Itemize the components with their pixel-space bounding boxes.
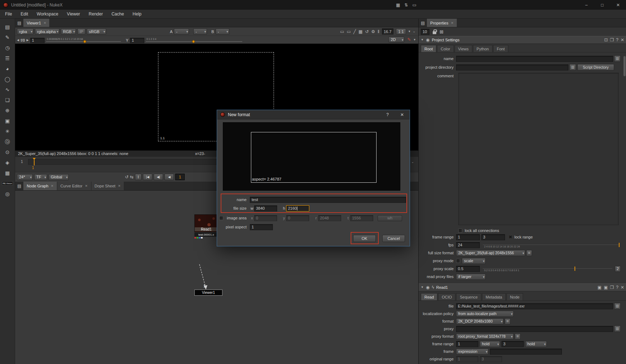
panel-scrollbar[interactable] [623,56,626,76]
lock-panels-icon[interactable] [433,31,436,34]
ok-button[interactable]: OK [353,235,376,242]
full-size-format-dropdown[interactable]: 2K_Super_35(full-ap) 2048x1556▾ [456,250,525,256]
loop-mode-icon[interactable]: ↺ [125,175,129,179]
tab-python[interactable]: Python [473,45,492,52]
bounce-mode-icon[interactable]: ⇆ [130,175,134,179]
toolbar-keyer[interactable]: ∿ [2,84,13,95]
toolbar-channel[interactable]: ☰ [2,53,13,63]
toolbar-merge[interactable]: ❏ [2,95,13,105]
menu-workspace[interactable]: Workspace [37,12,58,17]
lightning-icon[interactable]: ϟ [432,285,434,290]
alpha-channels-dropdown[interactable]: rgba.alpha▾ [35,28,59,35]
close-panel-icon[interactable]: ✕ [621,38,624,42]
file-browser-icon[interactable]: ▥ [614,303,621,309]
color-swatch-icon[interactable]: ▣ [598,285,602,290]
refresh-icon[interactable]: ↺ [365,29,369,34]
lock-range-checkbox[interactable]: ✖ [509,235,512,240]
disclosure-triangle-icon[interactable]: ▼ [421,286,424,289]
proxy-format-dropdown[interactable]: root.proxy_format 1024x778▾ [456,333,514,340]
zoom-level-button[interactable]: 1:1 [396,28,406,35]
color-swatch-icon[interactable]: ▣ [604,285,608,290]
menu-file[interactable]: File [5,12,12,17]
lock-connections-checkbox[interactable] [458,229,462,233]
read-proxy-files-dropdown[interactable]: if larger▾ [456,274,486,280]
next-fstop-icon[interactable]: ▶ [26,39,28,42]
in-marker-button[interactable]: I [135,174,141,180]
tab-close-icon[interactable]: ✕ [51,184,54,188]
panel-menu-icon[interactable]: ▤ [17,21,21,25]
format-equals-button[interactable]: = [515,333,521,340]
proxy-scale-slider-handle[interactable] [575,267,575,271]
chevron-down-icon[interactable]: ▾ [409,30,410,33]
format-dropdown[interactable]: 2K_DCP 2048x1080▾ [456,318,504,324]
current-frame-field[interactable]: 1 [175,174,185,180]
toolbar-image[interactable]: ▤ [2,22,13,32]
toolbar-views[interactable]: ⊙ [2,147,13,157]
proxy-mode-dropdown[interactable]: scale▾ [462,258,486,264]
chevron-down-icon[interactable]: ▾ [414,38,415,41]
channels-dropdown[interactable]: rgba▾ [17,28,33,35]
toolbar-draw[interactable]: ✎ [2,32,13,42]
tab-curve-editor[interactable]: Curve Editor✕ [57,182,91,190]
fps-slider-handle[interactable] [619,243,620,247]
menu-cache[interactable]: Cache [112,12,124,17]
fps-slider[interactable]: 2 4 6 8 10 12 14 16 18 20 22 24 [483,242,621,248]
toolbar-deep[interactable]: Ⓓ [2,136,13,147]
toolbar-ocio[interactable]: ◎ [2,188,13,199]
tab-close-icon[interactable]: ✕ [118,184,121,188]
frame-mode-dropdown[interactable]: expression▾ [456,349,488,355]
project-directory-field[interactable] [456,64,568,70]
checkerboard-icon[interactable]: ▦ [359,29,362,34]
tab-viewer1[interactable]: Viewer1 ✕ [23,19,50,27]
project-settings-header[interactable]: ▼ ◉ Project Settings ⊡ ❐ ? ✕ [419,36,626,44]
collapse-icon[interactable]: ⌄ [411,160,414,164]
annotate-pencil-icon[interactable]: ✎ [407,37,411,42]
file-browser-icon[interactable]: ▥ [569,64,576,70]
tab-properties[interactable]: Properties✕ [427,19,457,27]
disclosure-triangle-icon[interactable]: ▼ [421,38,424,41]
image-area-checkbox[interactable] [219,216,223,220]
height-field[interactable]: 2160 [286,205,309,211]
playback-fps-dropdown[interactable]: 24*▾ [17,174,33,180]
width-field[interactable]: 3840 [254,205,277,211]
tab-views[interactable]: Views [455,45,472,52]
gamma-slider-handle[interactable] [192,40,195,44]
menu-edit[interactable]: Edit [21,12,28,17]
roi-icon[interactable]: ▭ [347,29,351,34]
go-to-start-button[interactable]: |◀ [143,174,152,180]
frame-start-mode-dropdown[interactable]: hold▾ [480,341,500,347]
tab-node[interactable]: Node [506,293,523,300]
close-button[interactable]: ✕ [610,0,626,10]
read-frame-start-field[interactable]: 1 [456,341,478,347]
pause-icon[interactable]: ‖ [378,29,379,34]
tf-dropdown[interactable]: TF▾ [34,174,47,180]
toolbar-particles[interactable]: ✳ [2,126,13,136]
read-frame-end-field[interactable]: 3 [501,341,524,347]
file-browser-icon[interactable]: ▥ [614,326,621,332]
prev-fstop-icon[interactable]: ◀ [17,39,19,42]
viewer-lut-dropdown[interactable]: sRGB▾ [87,28,106,35]
input-process-toggle[interactable]: IP [77,28,85,35]
dialog-close-icon[interactable]: ✕ [400,113,404,117]
proxy-scale-max-button[interactable]: 2 [615,266,621,272]
collapse-icon[interactable]: ⌄ [413,30,415,33]
panel-menu-icon[interactable]: ▤ [17,184,21,188]
file-browser-icon[interactable]: ▥ [614,55,621,62]
tab-node-graph[interactable]: Node Graph✕ [23,182,57,190]
menu-render[interactable]: Render [89,12,103,17]
frame-end-mode-dropdown[interactable]: hold▾ [525,341,547,347]
help-icon[interactable]: ? [616,38,618,42]
toolbar-toolsets[interactable]: ◈ [2,157,13,168]
proxy-scale-slider[interactable]: 0.2 0.3 0.4 0.5 0.6 0.7 0.8 0.9 1 [483,266,614,272]
format-name-field[interactable]: test [250,197,406,203]
tab-sequence[interactable]: Sequence [456,293,481,300]
playhead[interactable] [34,158,36,165]
play-backward-button[interactable]: ◀ [165,174,174,180]
close-all-panels-icon[interactable]: ⊠ [440,29,443,34]
tab-close-icon[interactable]: ✕ [451,21,454,25]
tab-close-icon[interactable]: ✕ [44,21,46,25]
proxy-toggle-icon[interactable]: ▭ [340,29,344,34]
cancel-button[interactable]: Cancel [382,235,405,242]
tab-read[interactable]: Read [421,293,437,300]
toolbar-filter[interactable]: ◯ [2,74,13,84]
